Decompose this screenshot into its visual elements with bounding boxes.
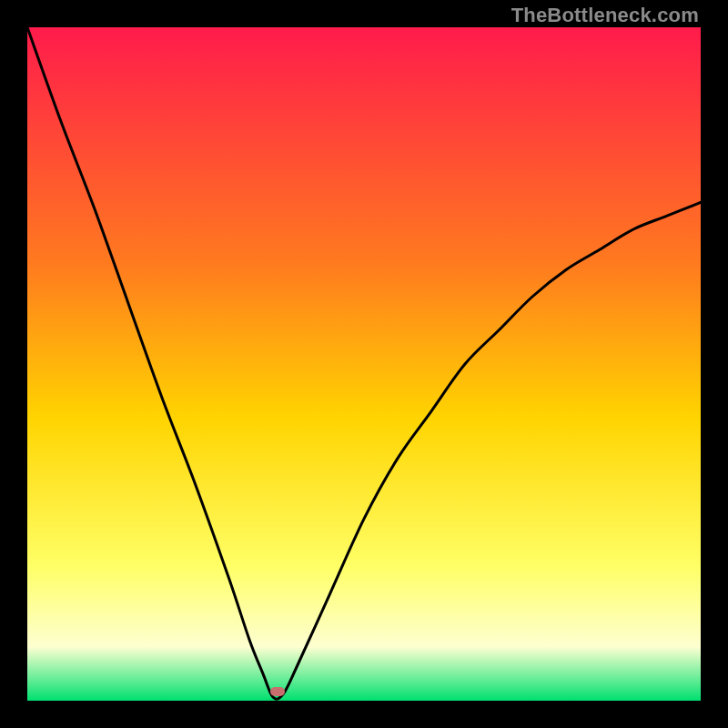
bottleneck-curve [27,27,701,699]
chart-curve-layer [27,27,701,701]
watermark-text: TheBottleneck.com [511,4,699,27]
minimum-marker [270,687,285,696]
